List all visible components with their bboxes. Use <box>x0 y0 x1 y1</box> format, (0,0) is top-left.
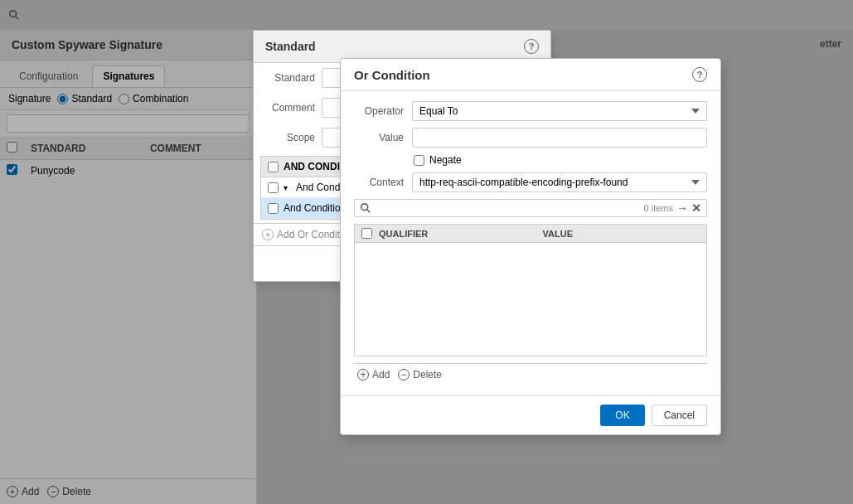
operator-select[interactable]: Equal To Not Equal To Greater Than Less … <box>412 101 707 121</box>
svg-point-2 <box>361 204 368 211</box>
standard-field-label: Standard <box>265 72 315 84</box>
negate-row: Negate <box>354 154 707 166</box>
qualifier-col-header: QUALIFIER <box>379 229 536 239</box>
ok-button[interactable]: OK <box>600 405 644 426</box>
value-col-header: VALUE <box>543 229 700 239</box>
scope-field-label: Scope <box>265 132 315 143</box>
qualifier-table-header: QUALIFIER VALUE <box>355 225 706 243</box>
chevron-icon: ▾ <box>284 183 288 192</box>
operator-row: Operator Equal To Not Equal To Greater T… <box>354 101 707 121</box>
qualifier-header-checkbox[interactable] <box>361 228 372 239</box>
modal-title-text: Or Condition <box>354 68 430 82</box>
qualifier-add-icon: + <box>357 369 369 380</box>
value-row: Value 1 <box>354 128 707 148</box>
negate-label: Negate <box>429 154 462 166</box>
modal-footer: OK Cancel <box>341 395 720 434</box>
context-row: Context http-req-ascii-compatible-encodi… <box>354 172 707 192</box>
close-icon[interactable]: ✕ <box>691 201 701 215</box>
qualifier-add-label: Add <box>372 369 390 380</box>
qualifier-table: QUALIFIER VALUE <box>354 224 707 356</box>
and-cond-1-checkbox[interactable] <box>268 182 279 193</box>
or-condition-modal: Or Condition ? Operator Equal To Not Equ… <box>340 58 721 435</box>
standard-help-icon[interactable]: ? <box>524 39 539 54</box>
context-label: Context <box>354 177 404 188</box>
operator-label: Operator <box>354 105 404 117</box>
modal-help-icon[interactable]: ? <box>692 67 707 82</box>
qualifier-add-btn[interactable]: + Add <box>357 369 390 380</box>
and-header-checkbox[interactable] <box>268 162 279 172</box>
qualifier-delete-icon: − <box>398 369 410 380</box>
qualifier-delete-label: Delete <box>413 369 442 380</box>
and-cond-2-checkbox[interactable] <box>268 203 279 214</box>
modal-body: Operator Equal To Not Equal To Greater T… <box>341 91 720 395</box>
comment-field-label: Comment <box>265 102 315 114</box>
cancel-button[interactable]: Cancel <box>652 405 707 426</box>
qualifier-search-input[interactable] <box>375 202 641 214</box>
qualifier-delete-btn[interactable]: − Delete <box>398 369 442 380</box>
standard-dialog-title-text: Standard <box>265 40 316 53</box>
value-label: Value <box>354 132 404 143</box>
modal-title-bar: Or Condition ? <box>341 59 720 91</box>
qualifier-search-icon <box>360 202 371 214</box>
add-or-icon: + <box>262 229 274 240</box>
items-count: 0 items <box>644 203 673 213</box>
value-input[interactable]: 1 <box>412 128 707 148</box>
modal-add-delete: + Add − Delete <box>354 363 707 385</box>
qualifier-search-row: 0 items → ✕ <box>354 199 707 217</box>
qualifier-body <box>355 243 706 351</box>
nav-arrow-icon[interactable]: → <box>676 201 688 215</box>
svg-line-3 <box>367 210 371 213</box>
negate-checkbox[interactable] <box>414 155 424 166</box>
context-select[interactable]: http-req-ascii-compatible-encoding-prefi… <box>412 172 707 192</box>
